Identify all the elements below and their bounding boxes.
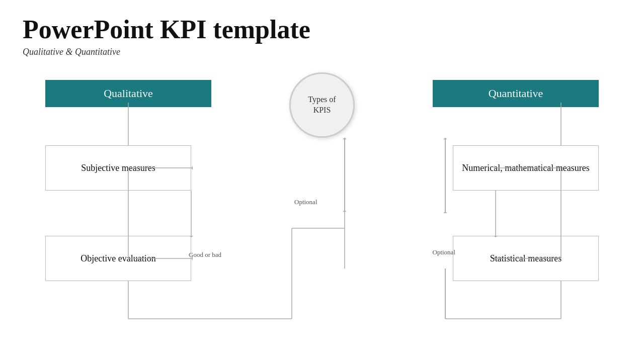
header-quantitative: Quantitative [433,80,599,107]
box-statistical-measures: Statistical measures [453,236,599,281]
page: PowerPoint KPI template Qualitative & Qu… [0,0,644,362]
label-optional-left: Optional [294,198,317,206]
page-subtitle: Qualitative & Quantitative [23,47,621,57]
svg-marker-35 [343,210,347,212]
svg-marker-2 [191,166,193,170]
diagram-area: Qualitative Quantitative Types ofKPIS Su… [23,72,621,339]
box-subjective-measures: Subjective measures [45,145,191,191]
box-numerical-measures: Numerical, mathematical measures [453,145,599,191]
label-optional-right: Optional [433,248,456,256]
header-qualitative: Qualitative [45,80,211,107]
page-title: PowerPoint KPI template [23,15,621,44]
svg-marker-31 [443,212,447,213]
svg-marker-17 [443,138,447,139]
box-objective-evaluation: Objective evaluation [45,236,191,281]
svg-marker-13 [343,138,347,139]
label-good-or-bad: Good or bad [189,251,221,259]
center-circle: Types ofKPIS [289,72,355,138]
